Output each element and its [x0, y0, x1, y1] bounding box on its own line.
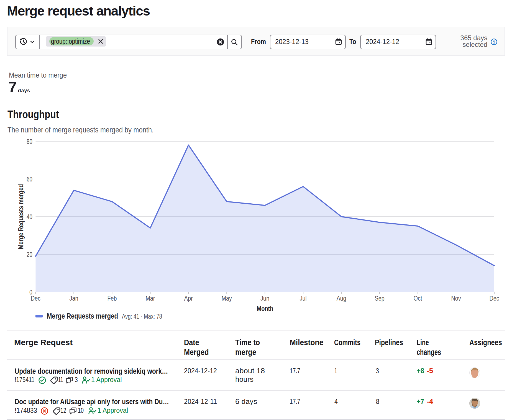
svg-text:Nov: Nov	[451, 294, 461, 302]
svg-text:May: May	[222, 294, 232, 302]
svg-text:Oct: Oct	[414, 294, 422, 302]
svg-text:Aug: Aug	[337, 294, 346, 302]
svg-text:80: 80	[27, 138, 32, 145]
svg-text:20: 20	[27, 251, 32, 258]
svg-text:Merge Requests merged: Merge Requests merged	[17, 184, 25, 249]
svg-text:Apr: Apr	[184, 294, 193, 302]
svg-text:Month: Month	[257, 305, 273, 312]
svg-text:Feb: Feb	[107, 294, 117, 302]
svg-text:40: 40	[27, 213, 32, 221]
svg-text:Jan: Jan	[70, 294, 78, 302]
svg-text:60: 60	[27, 175, 32, 183]
svg-text:Sep: Sep	[375, 294, 385, 302]
svg-text:Dec: Dec	[490, 294, 499, 302]
svg-text:Jul: Jul	[300, 294, 307, 302]
svg-text:Dec: Dec	[31, 294, 40, 302]
svg-text:Mar: Mar	[145, 294, 155, 302]
svg-text:Jun: Jun	[260, 294, 269, 302]
